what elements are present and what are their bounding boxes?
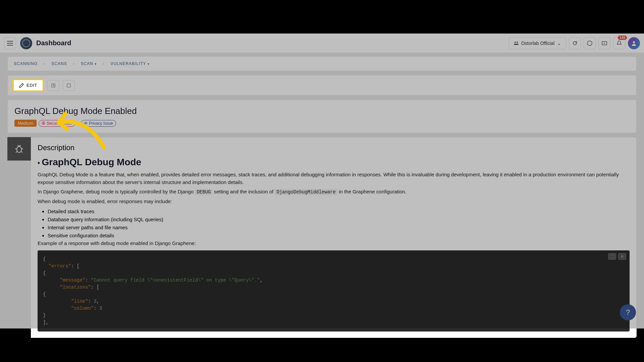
description-paragraph-4: Example of a response with debug mode en… <box>38 240 630 247</box>
breadcrumb-scanning[interactable]: SCANNING <box>14 61 38 66</box>
bell-icon <box>617 41 622 46</box>
bullet-item: Database query information (including SQ… <box>48 216 630 224</box>
svg-point-0 <box>515 42 516 43</box>
code-block: ⛶ ⎘ { "errors": [ { "message": "Cannot q… <box>38 250 630 331</box>
svg-point-11 <box>17 146 21 153</box>
description-paragraph-2: In Django Graphene, debug mode is typica… <box>38 188 630 196</box>
security-issue-tag: Security Issue <box>39 120 75 127</box>
description-bullet-list: Detailed stack traces Database query inf… <box>48 207 630 240</box>
organization-name: Ostorlab Official <box>521 41 554 46</box>
top-navbar: Dashboard Ostorlab Official ⌄ 145 <box>0 34 644 53</box>
chevron-down-icon: ⌄ <box>557 41 561 46</box>
bug-icon <box>14 144 24 154</box>
secondary-action-2[interactable] <box>63 80 75 91</box>
copy-code-button[interactable]: ⎘ <box>618 253 626 260</box>
github-icon <box>587 41 592 46</box>
page-title: Dashboard <box>36 39 71 47</box>
vulnerability-header-card: GraphQL Debug Mode Enabled Medium Securi… <box>7 100 637 133</box>
notification-badge: 145 <box>618 36 627 40</box>
edit-button-label: EDIT <box>26 83 37 88</box>
hamburger-icon <box>7 41 13 46</box>
bug-icon-box[interactable] <box>7 137 31 161</box>
organization-selector[interactable]: Ostorlab Official ⌄ <box>509 37 566 49</box>
avatar-icon <box>631 40 637 46</box>
chevron-down-icon: ▾ <box>95 62 97 66</box>
help-fab-button[interactable]: ? <box>620 304 636 320</box>
breadcrumb: SCANNING › SCANS › SCAN ▾ › VULNERABILIT… <box>7 56 637 71</box>
breadcrumb-separator: › <box>103 61 104 66</box>
user-avatar[interactable] <box>628 37 640 49</box>
tag-row: Medium Security Issue • Privacy Issue <box>14 120 630 127</box>
action-toolbar: EDIT <box>7 75 637 96</box>
description-heading: Description <box>38 143 630 152</box>
inline-code-debug: DEBUG <box>195 189 212 195</box>
description-paragraph-1: GraphQL Debug Mode is a feature that, wh… <box>38 171 630 186</box>
bullet-item: Internal server paths and file names <box>48 224 630 232</box>
open-external-icon <box>51 83 56 88</box>
chevron-down-icon: ▾ <box>148 62 150 66</box>
secondary-action-1[interactable] <box>47 80 59 91</box>
vulnerability-title: GraphQL Debug Mode Enabled <box>14 106 630 116</box>
action-icon <box>66 83 71 88</box>
severity-badge: Medium <box>14 120 37 127</box>
description-card: Description GraphQL Debug Mode GraphQL D… <box>31 137 637 338</box>
svg-point-10 <box>85 123 86 124</box>
bullet-item: Sensitive configuration details <box>48 232 630 240</box>
help-icon: ? <box>626 308 630 317</box>
ticket-button[interactable] <box>598 37 610 49</box>
svg-point-2 <box>587 41 592 46</box>
breadcrumb-scans[interactable]: SCANS <box>51 61 67 66</box>
refresh-icon <box>572 41 578 46</box>
svg-point-5 <box>633 41 635 43</box>
expand-code-button[interactable]: ⛶ <box>608 253 616 260</box>
breadcrumb-scan[interactable]: SCAN ▾ <box>81 61 97 66</box>
github-button[interactable] <box>584 37 596 49</box>
app-logo[interactable] <box>20 37 32 49</box>
notifications-button[interactable]: 145 <box>613 37 625 49</box>
section-title: GraphQL Debug Mode <box>38 157 630 168</box>
bullet-item: Detailed stack traces <box>48 207 630 216</box>
people-icon <box>514 41 519 45</box>
svg-point-1 <box>517 42 518 43</box>
edit-button[interactable]: EDIT <box>12 79 44 92</box>
svg-rect-7 <box>67 84 70 87</box>
ticket-icon <box>602 41 607 45</box>
pencil-icon <box>19 83 24 88</box>
tag-separator: • <box>77 120 79 126</box>
eye-icon <box>84 121 88 125</box>
globe-icon <box>42 121 45 125</box>
svg-point-4 <box>604 43 605 44</box>
menu-toggle-button[interactable] <box>4 37 16 49</box>
privacy-issue-tag: Privacy Issue <box>81 120 116 127</box>
refresh-button[interactable] <box>569 37 581 49</box>
breadcrumb-separator: › <box>44 61 45 66</box>
inline-code-middleware: DjangoDebugMiddleware <box>275 189 337 195</box>
breadcrumb-vulnerability[interactable]: VULNERABILITY ▾ <box>110 61 150 66</box>
description-paragraph-3: When debug mode is enabled, error respon… <box>38 198 630 205</box>
breadcrumb-separator: › <box>73 61 75 66</box>
